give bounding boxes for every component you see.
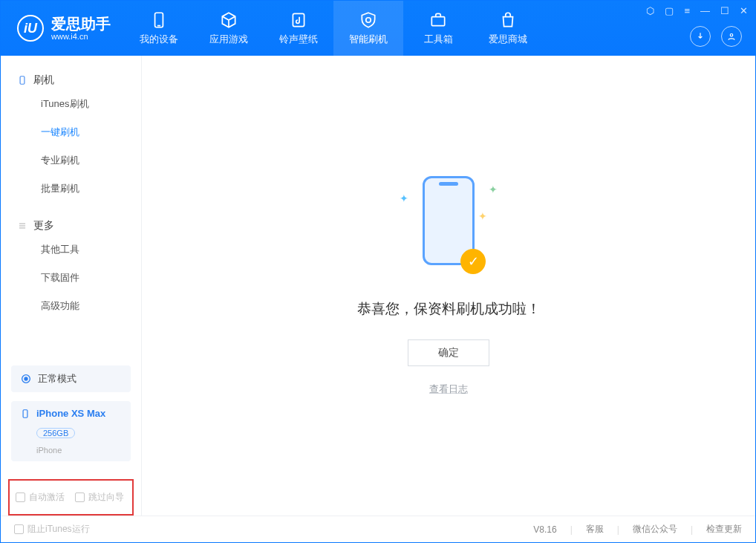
title-bar: iU 爱思助手 www.i4.cn 我的设备 应用游戏 铃声壁纸 智能刷机 xyxy=(1,1,755,56)
svg-rect-5 xyxy=(20,77,25,85)
menu-icon[interactable]: ≡ xyxy=(684,5,690,16)
sidebar-item-one-click-flash[interactable]: 一键刷机 xyxy=(1,118,141,146)
sidebar: 刷机 iTunes刷机 一键刷机 专业刷机 批量刷机 更多 其他工具 下载固件 … xyxy=(1,56,142,516)
nav-toolbox[interactable]: 工具箱 xyxy=(403,1,473,56)
main-nav: 我的设备 应用游戏 铃声壁纸 智能刷机 工具箱 爱思商城 xyxy=(124,1,543,56)
sparkle-icon: ✦ xyxy=(489,183,498,195)
version-label: V8.16 xyxy=(533,524,556,535)
shield-refresh-icon xyxy=(359,10,378,30)
checkbox-auto-activate[interactable]: 自动激活 xyxy=(16,491,65,504)
checkbox-icon xyxy=(75,492,85,502)
checkbox-icon xyxy=(14,524,24,534)
svg-rect-2 xyxy=(293,13,304,26)
minimize-button[interactable]: — xyxy=(700,5,710,16)
music-note-icon xyxy=(289,10,308,30)
logo-icon: iU xyxy=(17,15,44,42)
svg-point-4 xyxy=(730,34,733,37)
cube-icon xyxy=(219,10,238,30)
sparkle-icon: ✦ xyxy=(400,192,408,204)
nav-my-device[interactable]: 我的设备 xyxy=(124,1,194,56)
sidebar-item-advanced[interactable]: 高级功能 xyxy=(1,292,141,320)
app-body: 刷机 iTunes刷机 一键刷机 专业刷机 批量刷机 更多 其他工具 下载固件 … xyxy=(1,56,755,516)
download-icon[interactable] xyxy=(690,26,711,47)
view-log-link[interactable]: 查看日志 xyxy=(429,383,468,396)
user-icon[interactable] xyxy=(721,26,742,47)
nav-smart-flash[interactable]: 智能刷机 xyxy=(333,1,403,56)
sidebar-group-flash: 刷机 xyxy=(1,66,141,90)
success-illustration: ✦ ✦ ✦ ✓ xyxy=(404,176,493,280)
sidebar-item-pro-flash[interactable]: 专业刷机 xyxy=(1,146,141,175)
svg-rect-11 xyxy=(23,409,27,417)
briefcase-icon xyxy=(428,10,448,30)
nav-ringtones-wallpapers[interactable]: 铃声壁纸 xyxy=(264,1,333,56)
header-right-icons xyxy=(690,26,742,47)
mode-icon xyxy=(20,373,32,385)
nav-apps-games[interactable]: 应用游戏 xyxy=(194,1,264,56)
app-window: iU 爱思助手 www.i4.cn 我的设备 应用游戏 铃声壁纸 智能刷机 xyxy=(0,0,756,543)
success-message: 恭喜您，保资料刷机成功啦！ xyxy=(357,299,541,319)
sidebar-item-download-firmware[interactable]: 下载固件 xyxy=(1,264,141,292)
device-name: iPhone XS Max xyxy=(36,408,105,419)
app-name: 爱思助手 xyxy=(51,16,111,32)
device-mode-card[interactable]: 正常模式 xyxy=(11,365,131,392)
feedback-icon[interactable]: ▢ xyxy=(665,5,674,16)
sidebar-item-other-tools[interactable]: 其他工具 xyxy=(1,235,141,264)
sidebar-item-itunes-flash[interactable]: iTunes刷机 xyxy=(1,90,141,118)
phone-small-icon xyxy=(20,409,30,419)
list-icon xyxy=(17,221,27,231)
support-link[interactable]: 客服 xyxy=(586,523,604,536)
check-badge-icon: ✓ xyxy=(460,249,486,274)
checkbox-skip-guide[interactable]: 跳过向导 xyxy=(75,491,124,504)
flash-options-highlight: 自动激活 跳过向导 xyxy=(8,479,134,516)
app-logo: iU 爱思助手 www.i4.cn xyxy=(1,1,124,56)
device-capacity: 256GB xyxy=(36,428,75,438)
check-update-link[interactable]: 检查更新 xyxy=(706,523,742,536)
window-controls: ⬡ ▢ ≡ — ☐ ✕ xyxy=(646,5,748,16)
checkbox-icon xyxy=(16,492,25,502)
shirt-icon[interactable]: ⬡ xyxy=(646,5,654,16)
phone-icon xyxy=(149,10,169,30)
shopping-bag-icon xyxy=(498,10,518,30)
close-button[interactable]: ✕ xyxy=(740,5,748,16)
svg-point-10 xyxy=(25,377,27,380)
device-type: iPhone xyxy=(36,446,62,455)
sidebar-item-batch-flash[interactable]: 批量刷机 xyxy=(1,175,141,203)
device-mode-label: 正常模式 xyxy=(38,372,76,386)
status-bar: 阻止iTunes运行 V8.16 | 客服 | 微信公众号 | 检查更新 xyxy=(1,516,755,542)
sparkle-icon: ✦ xyxy=(478,210,487,222)
sidebar-group-more: 更多 xyxy=(1,212,141,235)
maximize-button[interactable]: ☐ xyxy=(720,5,729,16)
ok-button[interactable]: 确定 xyxy=(408,339,489,366)
checkbox-block-itunes[interactable]: 阻止iTunes运行 xyxy=(14,523,90,536)
svg-rect-3 xyxy=(431,17,444,26)
main-content: ✦ ✦ ✦ ✓ 恭喜您，保资料刷机成功啦！ 确定 查看日志 xyxy=(142,56,755,516)
app-url: www.i4.cn xyxy=(51,32,111,41)
wechat-link[interactable]: 微信公众号 xyxy=(633,523,677,536)
device-info-card[interactable]: iPhone XS Max 256GB iPhone xyxy=(11,401,131,461)
nav-store[interactable]: 爱思商城 xyxy=(473,1,543,56)
device-icon xyxy=(17,75,27,85)
